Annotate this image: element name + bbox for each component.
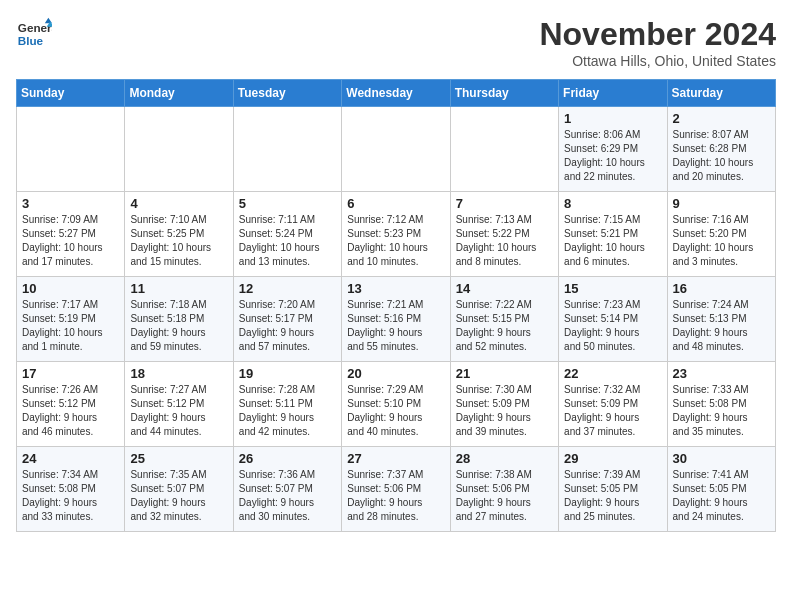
day-number: 12 bbox=[239, 281, 336, 296]
day-number: 29 bbox=[564, 451, 661, 466]
calendar-cell: 23Sunrise: 7:33 AM Sunset: 5:08 PM Dayli… bbox=[667, 362, 775, 447]
day-number: 26 bbox=[239, 451, 336, 466]
calendar-cell: 13Sunrise: 7:21 AM Sunset: 5:16 PM Dayli… bbox=[342, 277, 450, 362]
calendar-cell: 17Sunrise: 7:26 AM Sunset: 5:12 PM Dayli… bbox=[17, 362, 125, 447]
calendar-body: 1Sunrise: 8:06 AM Sunset: 6:29 PM Daylig… bbox=[17, 107, 776, 532]
day-detail: Sunrise: 7:29 AM Sunset: 5:10 PM Dayligh… bbox=[347, 383, 444, 439]
calendar-cell: 3Sunrise: 7:09 AM Sunset: 5:27 PM Daylig… bbox=[17, 192, 125, 277]
day-number: 1 bbox=[564, 111, 661, 126]
calendar-cell: 27Sunrise: 7:37 AM Sunset: 5:06 PM Dayli… bbox=[342, 447, 450, 532]
calendar-cell: 5Sunrise: 7:11 AM Sunset: 5:24 PM Daylig… bbox=[233, 192, 341, 277]
day-number: 24 bbox=[22, 451, 119, 466]
day-number: 27 bbox=[347, 451, 444, 466]
day-number: 4 bbox=[130, 196, 227, 211]
calendar-cell: 16Sunrise: 7:24 AM Sunset: 5:13 PM Dayli… bbox=[667, 277, 775, 362]
calendar-cell: 10Sunrise: 7:17 AM Sunset: 5:19 PM Dayli… bbox=[17, 277, 125, 362]
day-detail: Sunrise: 7:30 AM Sunset: 5:09 PM Dayligh… bbox=[456, 383, 553, 439]
header-day: Friday bbox=[559, 80, 667, 107]
calendar-header: SundayMondayTuesdayWednesdayThursdayFrid… bbox=[17, 80, 776, 107]
day-number: 23 bbox=[673, 366, 770, 381]
calendar-cell: 9Sunrise: 7:16 AM Sunset: 5:20 PM Daylig… bbox=[667, 192, 775, 277]
day-number: 16 bbox=[673, 281, 770, 296]
day-detail: Sunrise: 7:10 AM Sunset: 5:25 PM Dayligh… bbox=[130, 213, 227, 269]
calendar-week-row: 10Sunrise: 7:17 AM Sunset: 5:19 PM Dayli… bbox=[17, 277, 776, 362]
day-detail: Sunrise: 7:37 AM Sunset: 5:06 PM Dayligh… bbox=[347, 468, 444, 524]
day-number: 19 bbox=[239, 366, 336, 381]
day-detail: Sunrise: 7:21 AM Sunset: 5:16 PM Dayligh… bbox=[347, 298, 444, 354]
header-day: Wednesday bbox=[342, 80, 450, 107]
calendar-cell: 19Sunrise: 7:28 AM Sunset: 5:11 PM Dayli… bbox=[233, 362, 341, 447]
day-detail: Sunrise: 7:24 AM Sunset: 5:13 PM Dayligh… bbox=[673, 298, 770, 354]
day-detail: Sunrise: 7:12 AM Sunset: 5:23 PM Dayligh… bbox=[347, 213, 444, 269]
day-detail: Sunrise: 7:38 AM Sunset: 5:06 PM Dayligh… bbox=[456, 468, 553, 524]
day-number: 2 bbox=[673, 111, 770, 126]
day-detail: Sunrise: 7:41 AM Sunset: 5:05 PM Dayligh… bbox=[673, 468, 770, 524]
calendar-cell: 30Sunrise: 7:41 AM Sunset: 5:05 PM Dayli… bbox=[667, 447, 775, 532]
day-number: 21 bbox=[456, 366, 553, 381]
calendar-cell: 4Sunrise: 7:10 AM Sunset: 5:25 PM Daylig… bbox=[125, 192, 233, 277]
calendar-cell: 26Sunrise: 7:36 AM Sunset: 5:07 PM Dayli… bbox=[233, 447, 341, 532]
day-detail: Sunrise: 8:06 AM Sunset: 6:29 PM Dayligh… bbox=[564, 128, 661, 184]
day-detail: Sunrise: 7:32 AM Sunset: 5:09 PM Dayligh… bbox=[564, 383, 661, 439]
day-detail: Sunrise: 7:20 AM Sunset: 5:17 PM Dayligh… bbox=[239, 298, 336, 354]
day-detail: Sunrise: 7:26 AM Sunset: 5:12 PM Dayligh… bbox=[22, 383, 119, 439]
calendar-cell bbox=[125, 107, 233, 192]
calendar-cell: 24Sunrise: 7:34 AM Sunset: 5:08 PM Dayli… bbox=[17, 447, 125, 532]
day-detail: Sunrise: 7:18 AM Sunset: 5:18 PM Dayligh… bbox=[130, 298, 227, 354]
calendar-cell: 12Sunrise: 7:20 AM Sunset: 5:17 PM Dayli… bbox=[233, 277, 341, 362]
calendar-cell: 22Sunrise: 7:32 AM Sunset: 5:09 PM Dayli… bbox=[559, 362, 667, 447]
day-detail: Sunrise: 7:22 AM Sunset: 5:15 PM Dayligh… bbox=[456, 298, 553, 354]
day-detail: Sunrise: 8:07 AM Sunset: 6:28 PM Dayligh… bbox=[673, 128, 770, 184]
day-detail: Sunrise: 7:23 AM Sunset: 5:14 PM Dayligh… bbox=[564, 298, 661, 354]
calendar-cell bbox=[17, 107, 125, 192]
day-detail: Sunrise: 7:15 AM Sunset: 5:21 PM Dayligh… bbox=[564, 213, 661, 269]
day-number: 13 bbox=[347, 281, 444, 296]
day-number: 15 bbox=[564, 281, 661, 296]
header-day: Monday bbox=[125, 80, 233, 107]
logo-icon: General Blue bbox=[16, 16, 52, 52]
calendar-cell: 20Sunrise: 7:29 AM Sunset: 5:10 PM Dayli… bbox=[342, 362, 450, 447]
calendar-cell: 21Sunrise: 7:30 AM Sunset: 5:09 PM Dayli… bbox=[450, 362, 558, 447]
header-day: Thursday bbox=[450, 80, 558, 107]
day-number: 25 bbox=[130, 451, 227, 466]
month-title: November 2024 bbox=[539, 16, 776, 53]
header-day: Sunday bbox=[17, 80, 125, 107]
day-detail: Sunrise: 7:13 AM Sunset: 5:22 PM Dayligh… bbox=[456, 213, 553, 269]
calendar-cell: 15Sunrise: 7:23 AM Sunset: 5:14 PM Dayli… bbox=[559, 277, 667, 362]
calendar-week-row: 24Sunrise: 7:34 AM Sunset: 5:08 PM Dayli… bbox=[17, 447, 776, 532]
calendar-week-row: 1Sunrise: 8:06 AM Sunset: 6:29 PM Daylig… bbox=[17, 107, 776, 192]
calendar-week-row: 3Sunrise: 7:09 AM Sunset: 5:27 PM Daylig… bbox=[17, 192, 776, 277]
calendar-cell: 2Sunrise: 8:07 AM Sunset: 6:28 PM Daylig… bbox=[667, 107, 775, 192]
day-number: 9 bbox=[673, 196, 770, 211]
day-detail: Sunrise: 7:28 AM Sunset: 5:11 PM Dayligh… bbox=[239, 383, 336, 439]
calendar-cell: 11Sunrise: 7:18 AM Sunset: 5:18 PM Dayli… bbox=[125, 277, 233, 362]
calendar-cell bbox=[233, 107, 341, 192]
day-detail: Sunrise: 7:11 AM Sunset: 5:24 PM Dayligh… bbox=[239, 213, 336, 269]
calendar-cell: 1Sunrise: 8:06 AM Sunset: 6:29 PM Daylig… bbox=[559, 107, 667, 192]
page-header: General Blue November 2024 Ottawa Hills,… bbox=[16, 16, 776, 69]
day-detail: Sunrise: 7:33 AM Sunset: 5:08 PM Dayligh… bbox=[673, 383, 770, 439]
calendar-cell: 25Sunrise: 7:35 AM Sunset: 5:07 PM Dayli… bbox=[125, 447, 233, 532]
day-number: 11 bbox=[130, 281, 227, 296]
day-number: 8 bbox=[564, 196, 661, 211]
day-number: 30 bbox=[673, 451, 770, 466]
calendar-cell bbox=[450, 107, 558, 192]
day-number: 20 bbox=[347, 366, 444, 381]
title-block: November 2024 Ottawa Hills, Ohio, United… bbox=[539, 16, 776, 69]
header-day: Tuesday bbox=[233, 80, 341, 107]
header-day: Saturday bbox=[667, 80, 775, 107]
logo: General Blue bbox=[16, 16, 52, 52]
day-number: 3 bbox=[22, 196, 119, 211]
day-detail: Sunrise: 7:39 AM Sunset: 5:05 PM Dayligh… bbox=[564, 468, 661, 524]
day-number: 18 bbox=[130, 366, 227, 381]
calendar-table: SundayMondayTuesdayWednesdayThursdayFrid… bbox=[16, 79, 776, 532]
day-number: 6 bbox=[347, 196, 444, 211]
calendar-cell bbox=[342, 107, 450, 192]
day-number: 5 bbox=[239, 196, 336, 211]
day-number: 7 bbox=[456, 196, 553, 211]
calendar-cell: 18Sunrise: 7:27 AM Sunset: 5:12 PM Dayli… bbox=[125, 362, 233, 447]
day-detail: Sunrise: 7:27 AM Sunset: 5:12 PM Dayligh… bbox=[130, 383, 227, 439]
location-subtitle: Ottawa Hills, Ohio, United States bbox=[539, 53, 776, 69]
calendar-cell: 7Sunrise: 7:13 AM Sunset: 5:22 PM Daylig… bbox=[450, 192, 558, 277]
day-number: 28 bbox=[456, 451, 553, 466]
